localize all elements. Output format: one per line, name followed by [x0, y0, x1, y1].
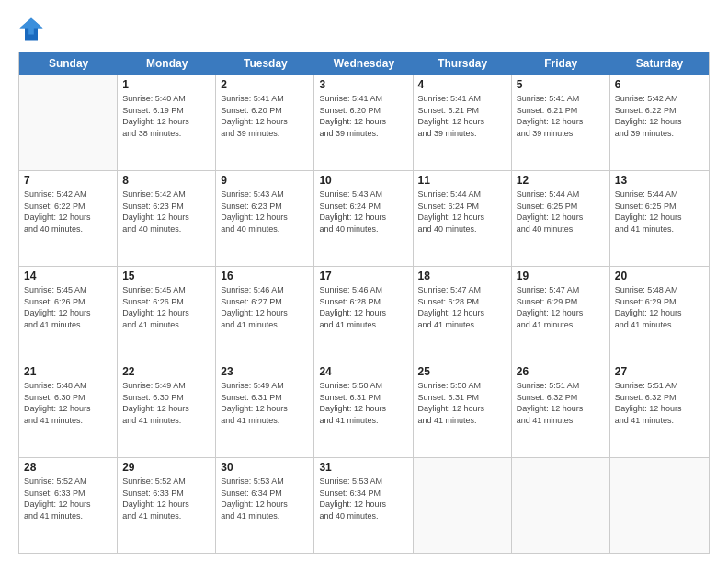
calendar-cell: 4Sunrise: 5:41 AM Sunset: 6:21 PM Daylig… [414, 75, 512, 170]
day-info: Sunrise: 5:47 AM Sunset: 6:28 PM Dayligh… [418, 284, 506, 330]
day-info: Sunrise: 5:41 AM Sunset: 6:20 PM Dayligh… [221, 93, 309, 139]
calendar-cell: 17Sunrise: 5:46 AM Sunset: 6:28 PM Dayli… [314, 267, 413, 362]
day-number: 24 [319, 365, 407, 378]
calendar-cell: 27Sunrise: 5:51 AM Sunset: 6:32 PM Dayli… [610, 362, 709, 457]
calendar-cell: 8Sunrise: 5:42 AM Sunset: 6:23 PM Daylig… [118, 171, 216, 266]
day-info: Sunrise: 5:41 AM Sunset: 6:21 PM Dayligh… [517, 93, 605, 139]
calendar-cell: 22Sunrise: 5:49 AM Sunset: 6:30 PM Dayli… [118, 362, 216, 457]
calendar-cell [19, 75, 118, 170]
day-number: 30 [221, 461, 309, 474]
day-number: 15 [122, 270, 210, 282]
header [18, 17, 710, 42]
day-info: Sunrise: 5:49 AM Sunset: 6:30 PM Dayligh… [122, 380, 210, 426]
calendar-cell: 23Sunrise: 5:49 AM Sunset: 6:31 PM Dayli… [216, 362, 314, 457]
day-number: 5 [517, 78, 605, 91]
day-number: 17 [319, 270, 407, 282]
calendar-row: 21Sunrise: 5:48 AM Sunset: 6:30 PM Dayli… [19, 362, 709, 457]
calendar-cell: 12Sunrise: 5:44 AM Sunset: 6:25 PM Dayli… [512, 171, 610, 266]
calendar: SundayMondayTuesdayWednesdayThursdayFrid… [18, 52, 710, 554]
day-info: Sunrise: 5:48 AM Sunset: 6:30 PM Dayligh… [24, 380, 112, 426]
logo [18, 17, 48, 42]
day-info: Sunrise: 5:44 AM Sunset: 6:25 PM Dayligh… [517, 189, 605, 235]
calendar-cell: 29Sunrise: 5:52 AM Sunset: 6:33 PM Dayli… [118, 458, 216, 553]
day-number: 1 [122, 78, 210, 91]
calendar-cell: 14Sunrise: 5:45 AM Sunset: 6:26 PM Dayli… [19, 267, 118, 362]
day-info: Sunrise: 5:46 AM Sunset: 6:28 PM Dayligh… [319, 284, 407, 330]
calendar-body: 1Sunrise: 5:40 AM Sunset: 6:19 PM Daylig… [19, 75, 709, 553]
day-info: Sunrise: 5:48 AM Sunset: 6:29 PM Dayligh… [615, 284, 704, 330]
weekday-header: Thursday [414, 52, 512, 75]
day-info: Sunrise: 5:45 AM Sunset: 6:26 PM Dayligh… [122, 284, 210, 330]
calendar-cell: 1Sunrise: 5:40 AM Sunset: 6:19 PM Daylig… [118, 75, 216, 170]
weekday-header: Wednesday [314, 52, 413, 75]
day-number: 18 [418, 270, 506, 282]
day-info: Sunrise: 5:50 AM Sunset: 6:31 PM Dayligh… [319, 380, 407, 426]
calendar-cell: 28Sunrise: 5:52 AM Sunset: 6:33 PM Dayli… [19, 458, 118, 553]
calendar-cell: 20Sunrise: 5:48 AM Sunset: 6:29 PM Dayli… [610, 267, 709, 362]
calendar-cell: 18Sunrise: 5:47 AM Sunset: 6:28 PM Dayli… [414, 267, 512, 362]
weekday-header: Tuesday [216, 52, 314, 75]
day-info: Sunrise: 5:43 AM Sunset: 6:24 PM Dayligh… [319, 189, 407, 235]
calendar-cell: 31Sunrise: 5:53 AM Sunset: 6:34 PM Dayli… [314, 458, 413, 553]
day-info: Sunrise: 5:50 AM Sunset: 6:31 PM Dayligh… [418, 380, 506, 426]
day-number: 7 [24, 174, 112, 187]
calendar-cell: 24Sunrise: 5:50 AM Sunset: 6:31 PM Dayli… [314, 362, 413, 457]
day-number: 8 [122, 174, 210, 187]
day-number: 10 [319, 174, 407, 187]
day-info: Sunrise: 5:46 AM Sunset: 6:27 PM Dayligh… [221, 284, 309, 330]
calendar-row: 14Sunrise: 5:45 AM Sunset: 6:26 PM Dayli… [19, 266, 709, 362]
calendar-cell: 15Sunrise: 5:45 AM Sunset: 6:26 PM Dayli… [118, 267, 216, 362]
day-number: 12 [517, 174, 605, 187]
calendar-cell: 9Sunrise: 5:43 AM Sunset: 6:23 PM Daylig… [216, 171, 314, 266]
day-number: 29 [122, 461, 210, 474]
day-info: Sunrise: 5:47 AM Sunset: 6:29 PM Dayligh… [517, 284, 605, 330]
calendar-cell: 11Sunrise: 5:44 AM Sunset: 6:24 PM Dayli… [414, 171, 512, 266]
calendar-cell [610, 458, 709, 553]
day-info: Sunrise: 5:41 AM Sunset: 6:21 PM Dayligh… [418, 93, 506, 139]
day-number: 26 [517, 365, 605, 378]
day-number: 2 [221, 78, 309, 91]
day-info: Sunrise: 5:42 AM Sunset: 6:22 PM Dayligh… [24, 189, 112, 235]
day-info: Sunrise: 5:44 AM Sunset: 6:25 PM Dayligh… [615, 189, 704, 235]
calendar-cell: 26Sunrise: 5:51 AM Sunset: 6:32 PM Dayli… [512, 362, 610, 457]
day-number: 13 [615, 174, 704, 187]
calendar-cell: 7Sunrise: 5:42 AM Sunset: 6:22 PM Daylig… [19, 171, 118, 266]
day-number: 3 [319, 78, 407, 91]
logo-icon [18, 17, 44, 42]
day-number: 27 [615, 365, 704, 378]
weekday-header: Friday [512, 52, 610, 75]
day-info: Sunrise: 5:42 AM Sunset: 6:22 PM Dayligh… [615, 93, 704, 139]
day-number: 25 [418, 365, 506, 378]
calendar-cell: 30Sunrise: 5:53 AM Sunset: 6:34 PM Dayli… [216, 458, 314, 553]
calendar-cell: 6Sunrise: 5:42 AM Sunset: 6:22 PM Daylig… [610, 75, 709, 170]
day-info: Sunrise: 5:43 AM Sunset: 6:23 PM Dayligh… [221, 189, 309, 235]
day-info: Sunrise: 5:53 AM Sunset: 6:34 PM Dayligh… [319, 476, 407, 522]
day-info: Sunrise: 5:41 AM Sunset: 6:20 PM Dayligh… [319, 93, 407, 139]
calendar-row: 7Sunrise: 5:42 AM Sunset: 6:22 PM Daylig… [19, 170, 709, 266]
svg-marker-1 [19, 17, 42, 34]
day-number: 23 [221, 365, 309, 378]
day-number: 20 [615, 270, 704, 282]
calendar-cell: 2Sunrise: 5:41 AM Sunset: 6:20 PM Daylig… [216, 75, 314, 170]
calendar-row: 28Sunrise: 5:52 AM Sunset: 6:33 PM Dayli… [19, 457, 709, 553]
weekday-header: Sunday [19, 52, 118, 75]
day-number: 14 [24, 270, 112, 282]
calendar-cell: 3Sunrise: 5:41 AM Sunset: 6:20 PM Daylig… [314, 75, 413, 170]
page: SundayMondayTuesdayWednesdayThursdayFrid… [0, 0, 728, 563]
calendar-cell: 10Sunrise: 5:43 AM Sunset: 6:24 PM Dayli… [314, 171, 413, 266]
day-number: 11 [418, 174, 506, 187]
calendar-cell [414, 458, 512, 553]
day-number: 19 [517, 270, 605, 282]
weekday-header: Monday [118, 52, 216, 75]
calendar-cell: 16Sunrise: 5:46 AM Sunset: 6:27 PM Dayli… [216, 267, 314, 362]
calendar-row: 1Sunrise: 5:40 AM Sunset: 6:19 PM Daylig… [19, 75, 709, 170]
day-number: 6 [615, 78, 704, 91]
day-info: Sunrise: 5:52 AM Sunset: 6:33 PM Dayligh… [24, 476, 112, 522]
day-info: Sunrise: 5:51 AM Sunset: 6:32 PM Dayligh… [517, 380, 605, 426]
day-number: 22 [122, 365, 210, 378]
day-number: 31 [319, 461, 407, 474]
day-info: Sunrise: 5:42 AM Sunset: 6:23 PM Dayligh… [122, 189, 210, 235]
day-info: Sunrise: 5:45 AM Sunset: 6:26 PM Dayligh… [24, 284, 112, 330]
day-info: Sunrise: 5:52 AM Sunset: 6:33 PM Dayligh… [122, 476, 210, 522]
calendar-cell: 19Sunrise: 5:47 AM Sunset: 6:29 PM Dayli… [512, 267, 610, 362]
